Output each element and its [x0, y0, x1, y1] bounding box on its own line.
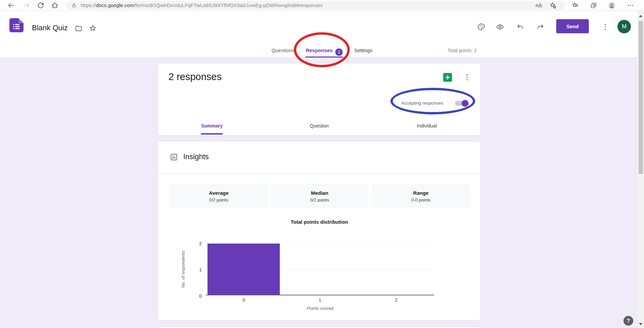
stat-average: Average 0/2 points — [170, 184, 268, 209]
scrollbar-track[interactable] — [638, 11, 644, 328]
subtab-question[interactable]: Question — [266, 119, 373, 135]
responses-count-badge: 2 — [335, 48, 343, 56]
subtab-individual[interactable]: Individual — [373, 119, 481, 135]
tab-responses-label: Responses — [306, 47, 333, 53]
star-form-icon[interactable] — [89, 24, 97, 32]
send-button[interactable]: Send — [556, 19, 589, 33]
stat-range: Range 0-0 points — [372, 184, 470, 209]
browser-menu-icon[interactable] — [627, 2, 634, 9]
forward-icon[interactable] — [23, 2, 30, 9]
screen: https://docs.google.com/forms/d/1QwhDxVd… — [0, 0, 644, 328]
chart-title: Total points distribution — [158, 219, 481, 225]
customize-theme-icon[interactable] — [477, 23, 485, 31]
stat-average-value: 0/2 points — [209, 197, 228, 203]
translate-icon[interactable]: aあ — [535, 2, 543, 8]
responses-more-icon[interactable] — [463, 73, 471, 81]
accepting-responses-toggle[interactable] — [455, 101, 467, 106]
move-to-folder-icon[interactable] — [75, 24, 83, 32]
y-tick-label: 2 — [190, 241, 202, 246]
responses-summary-card: 2 responses Accepting responses Summary … — [158, 63, 481, 136]
redo-icon[interactable] — [536, 23, 544, 31]
toggle-knob — [462, 100, 468, 107]
tab-responses[interactable]: Responses2 — [305, 46, 343, 58]
preview-icon[interactable] — [496, 23, 504, 31]
chart-plot-area — [206, 244, 434, 295]
back-icon[interactable] — [7, 2, 15, 9]
main-tab-bar: Questions Responses2 Settings — [0, 46, 644, 58]
responses-count-title: 2 responses — [168, 71, 222, 82]
scroll-down-arrow[interactable] — [639, 323, 642, 325]
insights-card: Insights Average 0/2 points Median 0/2 p… — [158, 141, 481, 321]
x-tick-label: 1 — [282, 297, 358, 303]
chart-y-axis-label: No. of respondents — [181, 241, 186, 298]
view-in-sheets-icon[interactable] — [443, 73, 452, 82]
accepting-responses-label: Accepting responses — [401, 101, 443, 106]
y-tick-label: 0 — [190, 293, 202, 299]
total-points-label: Total points: 2 — [448, 48, 477, 53]
insights-title: Insights — [183, 152, 209, 161]
subtab-summary[interactable]: Summary — [158, 119, 266, 135]
url-host: docs.google.com — [96, 2, 134, 8]
forms-header: Blank Quiz Send M Questions Responses2 S… — [0, 11, 644, 58]
x-tick-label: 2 — [358, 297, 434, 303]
stat-range-label: Range — [413, 190, 429, 196]
chart-bar-0 — [207, 244, 280, 295]
insights-chart-icon — [170, 153, 178, 161]
stat-average-label: Average — [209, 190, 229, 196]
chart-x-ticks: 012 — [206, 297, 434, 303]
scroll-up-arrow[interactable] — [639, 15, 642, 17]
help-button[interactable]: ? — [623, 316, 633, 326]
url-scheme: https:// — [81, 2, 96, 8]
refresh-icon[interactable] — [37, 2, 44, 9]
tab-questions[interactable]: Questions — [271, 46, 295, 58]
lock-icon[interactable] — [71, 3, 77, 8]
chart-x-axis-label: Points scored — [206, 306, 434, 311]
favorites-bar-icon[interactable] — [572, 2, 579, 9]
stat-median-label: Median — [311, 190, 329, 196]
next-card-edge — [158, 327, 481, 328]
url-text[interactable]: https://docs.google.com/forms/d/1QwhDxVd… — [81, 0, 323, 11]
x-tick-label: 0 — [206, 297, 282, 303]
stat-median-value: 0/2 points — [310, 197, 329, 203]
add-favorite-icon[interactable] — [549, 2, 557, 9]
tab-settings[interactable]: Settings — [353, 46, 373, 58]
y-tick-label: 1 — [190, 267, 202, 272]
browser-toolbar: https://docs.google.com/forms/d/1QwhDxVd… — [0, 0, 644, 11]
stat-range-value: 0-0 points — [411, 197, 430, 203]
url-path: /forms/d/1QwhDxVduLFqFTwLo8SJ9XYfhfOX3aG… — [134, 2, 323, 8]
chart-y-ticks: 012 — [190, 244, 202, 296]
stat-median: Median 0/2 points — [271, 184, 369, 209]
responses-subtabs: Summary Question Individual — [158, 119, 481, 135]
divider — [158, 174, 481, 174]
undo-icon[interactable] — [516, 23, 524, 31]
collections-icon[interactable] — [590, 2, 597, 9]
scrollbar-thumb[interactable] — [639, 21, 643, 174]
browser-profile-avatar[interactable] — [608, 2, 615, 9]
form-title[interactable]: Blank Quiz — [32, 24, 68, 32]
more-options-icon[interactable] — [601, 23, 609, 31]
account-avatar[interactable]: M — [617, 20, 631, 33]
home-icon[interactable] — [51, 2, 59, 9]
google-forms-logo[interactable] — [9, 18, 24, 32]
